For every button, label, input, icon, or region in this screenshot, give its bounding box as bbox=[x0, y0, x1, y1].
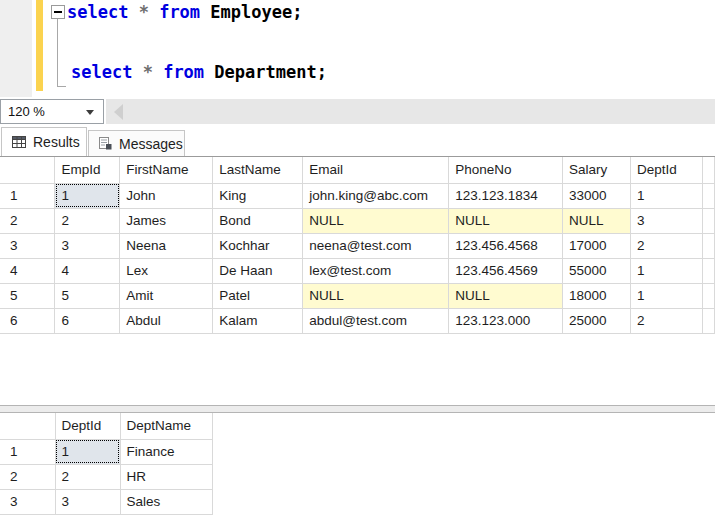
grid-cell[interactable]: John bbox=[120, 183, 213, 208]
column-header-empty[interactable] bbox=[702, 157, 714, 183]
grid-cell[interactable]: King bbox=[213, 183, 303, 208]
grid-cell[interactable]: 4 bbox=[55, 258, 120, 283]
sql-operator: * bbox=[139, 2, 159, 22]
row-number-cell[interactable]: 6 bbox=[0, 308, 55, 333]
grid-cell[interactable]: 2 bbox=[55, 208, 120, 233]
grid-cell[interactable] bbox=[702, 233, 714, 258]
grid-row: 22JamesBondNULLNULLNULL3 bbox=[0, 208, 715, 233]
grid-header-row: DeptIdDeptName bbox=[0, 413, 212, 439]
grid-cell[interactable] bbox=[702, 283, 714, 308]
grid-cell[interactable]: 1 bbox=[55, 439, 120, 464]
select-all-corner[interactable] bbox=[0, 157, 55, 183]
grid-cell[interactable]: 6 bbox=[55, 308, 120, 333]
grid-cell[interactable]: neena@test.com bbox=[303, 233, 449, 258]
row-number-cell[interactable]: 3 bbox=[0, 489, 55, 514]
row-number-cell[interactable]: 5 bbox=[0, 283, 55, 308]
grid-cell[interactable]: 1 bbox=[631, 258, 703, 283]
column-header-phoneno[interactable]: PhoneNo bbox=[449, 157, 563, 183]
tab-messages-label: Messages bbox=[119, 136, 183, 152]
column-header-deptid[interactable]: DeptId bbox=[55, 413, 120, 439]
grid-header-row: EmpIdFirstNameLastNameEmailPhoneNoSalary… bbox=[0, 157, 715, 183]
column-header-deptid[interactable]: DeptId bbox=[631, 157, 703, 183]
zoom-level-dropdown[interactable]: 120 % bbox=[0, 99, 104, 124]
grid-cell[interactable]: Patel bbox=[213, 283, 303, 308]
ssms-query-results-window: select * from Employee; select * from De… bbox=[0, 0, 715, 520]
grid-cell[interactable]: NULL bbox=[303, 208, 449, 233]
column-header-empid[interactable]: EmpId bbox=[55, 157, 120, 183]
grid-cell[interactable]: NULL bbox=[449, 208, 563, 233]
dropdown-arrow-icon bbox=[86, 110, 94, 115]
employee-results-table: EmpIdFirstNameLastNameEmailPhoneNoSalary… bbox=[0, 157, 715, 334]
row-number-cell[interactable]: 2 bbox=[0, 464, 55, 489]
grid-cell[interactable]: 2 bbox=[55, 464, 120, 489]
grid-cell[interactable]: 123.123.1834 bbox=[449, 183, 563, 208]
scroll-left-icon[interactable] bbox=[114, 104, 123, 120]
select-all-corner[interactable] bbox=[0, 413, 55, 439]
grid-cell[interactable]: lex@test.com bbox=[303, 258, 449, 283]
grid-cell[interactable]: abdul@test.com bbox=[303, 308, 449, 333]
grid-cell[interactable]: 3 bbox=[55, 233, 120, 258]
grid-cell[interactable]: 1 bbox=[631, 183, 703, 208]
grid-cell[interactable]: 17000 bbox=[563, 233, 631, 258]
horizontal-scrollbar[interactable] bbox=[106, 99, 715, 124]
zoom-level-value: 120 % bbox=[8, 104, 45, 119]
grid-row: 66AbdulKalamabdul@test.com123.123.000250… bbox=[0, 308, 715, 333]
grid-cell[interactable]: 3 bbox=[55, 489, 120, 514]
column-header-firstname[interactable]: FirstName bbox=[120, 157, 213, 183]
column-header-deptname[interactable]: DeptName bbox=[120, 413, 212, 439]
messages-note-icon bbox=[99, 137, 112, 150]
grid-cell[interactable]: 1 bbox=[55, 183, 120, 208]
sql-statement-2: select * from Department; bbox=[71, 61, 327, 84]
grid-cell[interactable]: 33000 bbox=[563, 183, 631, 208]
column-header-salary[interactable]: Salary bbox=[563, 157, 631, 183]
sql-keyword: select bbox=[71, 62, 143, 82]
grid-cell[interactable]: 123.456.4569 bbox=[449, 258, 563, 283]
tab-results[interactable]: Results bbox=[1, 127, 87, 156]
sql-identifier: Department; bbox=[214, 62, 327, 82]
grid-cell[interactable]: Neena bbox=[120, 233, 213, 258]
sql-editor[interactable]: select * from Employee; select * from De… bbox=[0, 0, 715, 97]
row-number-cell[interactable]: 1 bbox=[0, 439, 55, 464]
grid-cell[interactable]: 5 bbox=[55, 283, 120, 308]
grid-cell[interactable]: NULL bbox=[449, 283, 563, 308]
grid-cell[interactable]: 55000 bbox=[563, 258, 631, 283]
grid-cell[interactable]: Kochhar bbox=[213, 233, 303, 258]
grid-cell[interactable]: 2 bbox=[631, 308, 703, 333]
grid-cell[interactable]: Bond bbox=[213, 208, 303, 233]
grid-cell[interactable]: Sales bbox=[120, 489, 212, 514]
grid-cell[interactable]: Amit bbox=[120, 283, 213, 308]
grid-cell[interactable]: Abdul bbox=[120, 308, 213, 333]
grid-cell[interactable]: 18000 bbox=[563, 283, 631, 308]
grid-cell[interactable]: 3 bbox=[631, 208, 703, 233]
column-header-email[interactable]: Email bbox=[303, 157, 449, 183]
grid-cell[interactable]: 25000 bbox=[563, 308, 631, 333]
grid-cell[interactable]: Finance bbox=[120, 439, 212, 464]
tab-messages[interactable]: Messages bbox=[88, 130, 185, 156]
grid-cell[interactable]: De Haan bbox=[213, 258, 303, 283]
grid-cell[interactable]: James bbox=[120, 208, 213, 233]
grid-cell[interactable]: 2 bbox=[631, 233, 703, 258]
grid-cell[interactable]: 123.456.4568 bbox=[449, 233, 563, 258]
grid-row: 22HR bbox=[0, 464, 212, 489]
grid-cell[interactable]: 1 bbox=[631, 283, 703, 308]
grid-cell[interactable]: NULL bbox=[563, 208, 631, 233]
grid-cell[interactable]: Lex bbox=[120, 258, 213, 283]
row-number-cell[interactable]: 1 bbox=[0, 183, 55, 208]
grid-row: 55AmitPatelNULLNULL180001 bbox=[0, 283, 715, 308]
grid-cell[interactable] bbox=[702, 258, 714, 283]
grid-cell[interactable]: NULL bbox=[303, 283, 449, 308]
grid-cell[interactable]: john.king@abc.com bbox=[303, 183, 449, 208]
row-number-cell[interactable]: 4 bbox=[0, 258, 55, 283]
grid-cell[interactable] bbox=[702, 208, 714, 233]
editor-gutter bbox=[0, 0, 32, 97]
grid-cell[interactable]: HR bbox=[120, 464, 212, 489]
grid-cell[interactable]: Kalam bbox=[213, 308, 303, 333]
row-number-cell[interactable]: 3 bbox=[0, 233, 55, 258]
column-header-lastname[interactable]: LastName bbox=[213, 157, 303, 183]
grid-cell[interactable] bbox=[702, 183, 714, 208]
grid-cell[interactable] bbox=[702, 308, 714, 333]
row-number-cell[interactable]: 2 bbox=[0, 208, 55, 233]
code-fold-minus-icon[interactable] bbox=[51, 5, 65, 19]
grid-cell[interactable]: 123.123.000 bbox=[449, 308, 563, 333]
grid-splitter[interactable] bbox=[0, 405, 715, 413]
